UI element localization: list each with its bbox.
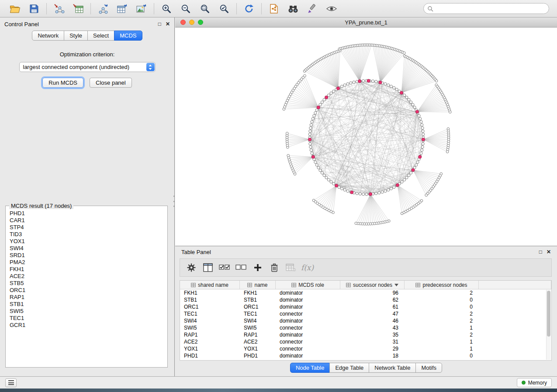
column-header-shared-name[interactable]: shared name <box>180 281 240 289</box>
unchecked-boxes-icon <box>235 263 247 272</box>
export-image-button[interactable] <box>134 2 149 15</box>
mcds-result-item[interactable]: PHD1 <box>10 210 167 217</box>
mcds-result-item[interactable]: TID3 <box>10 231 167 238</box>
maximize-window-button[interactable] <box>198 20 203 25</box>
tab-edge-table[interactable]: Edge Table <box>329 363 369 373</box>
mcds-result-item[interactable]: RAP1 <box>10 294 167 301</box>
column-header-label: shared name <box>198 282 228 288</box>
close-table-panel-button[interactable]: ✕ <box>547 249 551 254</box>
table-row[interactable]: ACE2ACE2connector311 <box>180 338 551 345</box>
show-hide-button[interactable] <box>324 2 339 15</box>
import-network-button[interactable] <box>51 2 67 15</box>
style-wand-icon <box>307 3 318 14</box>
mcds-result-item[interactable]: STP4 <box>10 224 167 231</box>
table-row[interactable]: PHD1PHD1dominator180 <box>180 352 551 359</box>
export-network-button[interactable] <box>95 2 111 15</box>
zoom-out-button[interactable] <box>178 2 194 15</box>
table-cell: ORC1 <box>240 304 276 310</box>
column-header-successor-nodes[interactable]: successor nodes <box>340 281 405 289</box>
mcds-result-item[interactable]: STB5 <box>10 280 167 287</box>
deselect-all-button[interactable] <box>234 261 248 275</box>
table-row[interactable]: YOX1YOX1connector291 <box>180 345 551 352</box>
open-file-button[interactable] <box>7 2 23 15</box>
float-table-panel-button[interactable]: □ <box>539 249 542 254</box>
table-row[interactable]: RAP1RAP1dominator352 <box>180 331 551 338</box>
table-row[interactable]: TEC1TEC1connector472 <box>180 310 551 317</box>
binoculars-icon <box>287 4 299 14</box>
mcds-result-item[interactable]: TEC1 <box>10 315 167 322</box>
column-header-mcds-role[interactable]: MCDS role <box>276 281 340 289</box>
add-column-button[interactable] <box>251 261 264 275</box>
mcds-result-item[interactable]: FKH1 <box>10 266 167 273</box>
table-scrollbar-thumb[interactable] <box>547 291 550 337</box>
network-graph[interactable] <box>175 28 557 246</box>
mcds-result-item[interactable]: ORC1 <box>10 287 167 294</box>
network-canvas[interactable] <box>175 28 557 246</box>
mcds-result-item[interactable]: SWI4 <box>10 245 167 252</box>
search-input[interactable] <box>436 5 545 12</box>
tab-select[interactable]: Select <box>87 31 114 41</box>
mcds-result-item[interactable]: PMA2 <box>10 259 167 266</box>
tab-style[interactable]: Style <box>64 31 88 41</box>
memory-button[interactable]: Memory <box>517 378 552 387</box>
mcds-result-item[interactable]: SRD1 <box>10 252 167 259</box>
zoom-selected-button[interactable] <box>216 2 232 15</box>
run-mcds-button[interactable]: Run MCDS <box>42 78 83 88</box>
delete-table-icon <box>286 263 296 272</box>
table-cell: dominator <box>276 332 340 338</box>
column-header-label: successor nodes <box>353 282 392 288</box>
tab-node-table[interactable]: Node Table <box>290 363 330 373</box>
global-search-box[interactable] <box>423 3 549 14</box>
close-panel-button-2[interactable]: Close panel <box>90 78 132 88</box>
tab-mcds[interactable]: MCDS <box>114 31 142 41</box>
network-document-button[interactable] <box>266 2 282 15</box>
mcds-result-item[interactable]: GCR1 <box>10 322 167 329</box>
table-row[interactable]: SWI4SWI4dominator462 <box>180 317 551 324</box>
search-icon <box>427 6 433 12</box>
table-cell: 96 <box>340 290 405 296</box>
select-all-button[interactable] <box>218 261 231 275</box>
table-row[interactable]: SWI5SWI5connector431 <box>180 324 551 331</box>
minimize-window-button[interactable] <box>189 20 194 25</box>
export-table-icon <box>117 3 128 14</box>
delete-column-button[interactable] <box>267 261 281 275</box>
tab-network[interactable]: Network <box>32 31 64 41</box>
show-columns-button[interactable] <box>201 261 214 275</box>
zoom-in-button[interactable] <box>159 2 174 15</box>
table-scrollbar[interactable] <box>546 290 551 360</box>
close-panel-button[interactable]: ✕ <box>166 21 170 27</box>
column-header-label: name <box>254 282 267 288</box>
search-network-button[interactable] <box>285 2 301 15</box>
zoom-selected-icon <box>219 3 229 14</box>
column-header-name[interactable]: name <box>240 281 276 289</box>
table-row[interactable]: STB1STB1dominator620 <box>180 296 551 303</box>
export-table-button[interactable] <box>114 2 130 15</box>
mcds-result-item[interactable]: CAR1 <box>10 217 167 224</box>
table-cell: TEC1 <box>180 311 240 317</box>
fx-icon: f(x) <box>301 263 314 272</box>
status-bar: Memory <box>0 376 557 389</box>
float-panel-button[interactable]: □ <box>158 21 161 27</box>
status-menu-button[interactable] <box>5 378 17 387</box>
import-group <box>48 2 90 15</box>
zoom-fit-button[interactable] <box>197 2 213 15</box>
table-cell: connector <box>276 346 340 352</box>
criterion-select[interactable]: largest connected component (undirected) <box>19 62 156 72</box>
mcds-result-item[interactable]: YOX1 <box>10 238 167 245</box>
mcds-result-item[interactable]: STB1 <box>10 301 167 308</box>
mcds-result-item[interactable]: ACE2 <box>10 273 167 280</box>
save-session-button[interactable] <box>26 2 42 15</box>
network-window-titlebar[interactable]: YPA_prune.txt_1 <box>175 17 557 28</box>
style-wand-button[interactable] <box>304 2 320 15</box>
table-row[interactable]: ORC1ORC1dominator610 <box>180 303 551 310</box>
close-window-button[interactable] <box>180 20 186 25</box>
mcds-result-item[interactable]: SWI5 <box>10 308 167 315</box>
table-settings-button[interactable] <box>184 261 198 275</box>
apply-layout-button[interactable] <box>241 2 257 15</box>
tab-network-table[interactable]: Network Table <box>369 363 416 373</box>
column-header-predecessor-nodes[interactable]: predecessor nodes <box>405 281 479 289</box>
table-row[interactable]: FKH1FKH1dominator962 <box>180 289 551 296</box>
tab-motifs[interactable]: Motifs <box>415 363 442 373</box>
import-table-button[interactable] <box>70 2 86 15</box>
dropdown-stepper-icon <box>146 63 155 71</box>
